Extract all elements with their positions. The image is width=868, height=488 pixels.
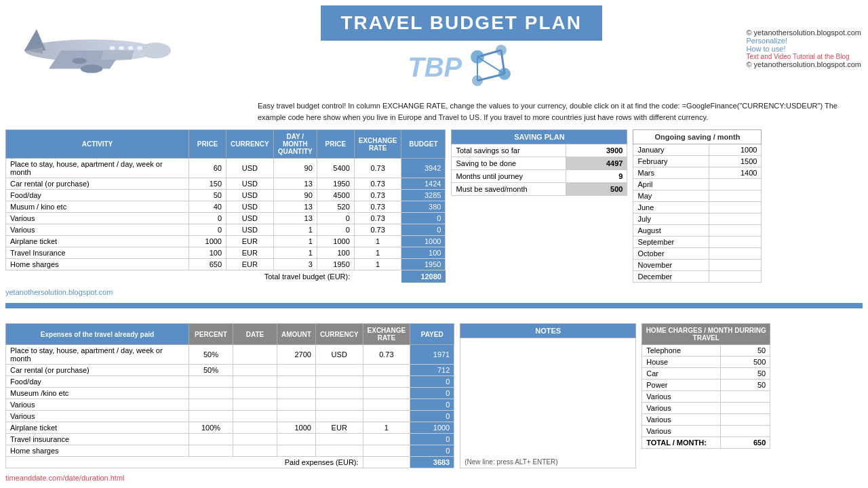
activity-price2: 1000 [317,236,354,247]
expense-percent [189,445,233,457]
expense-row: Museum /kino etc 0 [6,388,454,399]
expense-percent [189,388,233,399]
notes-table: NOTES (New line: press ALT+ ENTER) [460,323,636,468]
expense-row: Place to stay, house, apartment / day, w… [6,345,454,365]
paid-expenses-value: 3683 [410,457,454,468]
home-charge-row: Various [642,391,770,403]
home-charge-row: Various [642,414,770,426]
activity-qty: 90 [273,190,317,201]
activity-price2: 5400 [317,159,354,178]
activity-price2: 1950 [317,178,354,190]
saving-label: Months until journey [452,170,566,183]
plane-image [7,17,183,79]
svg-rect-8 [128,46,133,49]
expense-amount [277,376,316,388]
monthly-row: February 1500 [633,156,762,167]
activity-budget: 1950 [401,259,446,270]
activity-price: 50 [189,190,226,201]
month-value: 1400 [709,167,762,179]
tbp-label: TBP [408,52,462,83]
activity-header: ACTIVITY [6,130,189,159]
total-budget-label: Total travel budget (EUR): [6,270,355,283]
expense-payed: 0 [410,445,454,457]
home-charges-section: HOME CHARGES / MONTH DURRING TRAVEL Tele… [642,323,770,468]
activity-name: Airplane ticket [6,236,189,247]
home-charge-row: Telephone 50 [642,345,770,357]
expense-currency [315,399,363,411]
svg-marker-2 [24,29,46,51]
expense-date [233,345,277,365]
saving-row: Total savings so far 3900 [452,144,627,157]
title-box: TRAVEL BUDGET PLAN [321,5,602,41]
saving-plan-header: SAVING PLAN [452,130,627,144]
budget-header: BUDGET [401,130,446,159]
activity-name: Musum / kino etc [6,201,189,213]
svg-rect-7 [119,46,124,49]
paid-expenses-label: Paid expenses (EUR): [6,457,363,468]
svg-point-10 [81,64,102,73]
svg-rect-6 [110,46,115,49]
home-charge-label: Various [642,403,721,414]
monthly-row: April [633,179,762,190]
monthly-row: Mars 1400 [633,167,762,179]
personalize-link[interactable]: Personalize! [746,37,787,45]
month-name: Mars [633,167,709,179]
home-charge-row: Various [642,426,770,437]
activity-price2: 0 [317,213,354,224]
activity-currency: EUR [226,236,274,247]
monthly-row: December [633,271,762,283]
blog-link[interactable]: yetanothersolution.blogspot.com [5,288,113,296]
logo-icon [467,43,515,91]
expense-exrate [363,445,410,457]
expense-date [233,445,277,457]
svg-rect-9 [138,46,142,49]
expense-row: Airplane ticket 100% 1000 EUR 1 1000 [6,422,454,434]
saving-value: 500 [566,183,627,196]
svg-marker-5 [101,51,135,60]
expense-payed: 1000 [410,422,454,434]
month-value [709,179,762,190]
expense-currency [315,445,363,457]
home-charge-value [720,426,770,437]
table-row: Travel Insurance 100 EUR 1 100 1 100 [6,247,446,259]
expense-payed: 0 [410,411,454,422]
activity-qty: 3 [273,259,317,270]
main-section: ACTIVITY PRICE CURRENCY DAY / MONTH QUAN… [0,127,868,285]
monthly-row: July [633,214,762,225]
duration-link[interactable]: timeanddate.com/date/duration.html [5,474,125,482]
home-charge-row: Various [642,403,770,414]
activity-currency: EUR [226,247,274,259]
month-name: July [633,214,709,225]
tutorial-link[interactable]: Text and Video Tutorial at the Blog [746,53,849,60]
blog-url-top: © yetanothersolution.blogspot.com [746,28,861,37]
saving-rows: Total savings so far 3900 Saving to be d… [452,144,627,196]
activity-price: 1000 [189,236,226,247]
description-text: Easy travel budget control! In column EX… [0,96,868,127]
activity-currency: USD [226,213,274,224]
saving-row: Months until journey 9 [452,170,627,183]
activity-table-wrapper: ACTIVITY PRICE CURRENCY DAY / MONTH QUAN… [5,129,446,283]
home-charges-table: HOME CHARGES / MONTH DURRING TRAVEL Tele… [642,323,770,449]
expense-date [233,365,277,376]
header: TRAVEL BUDGET PLAN TBP © yetanothersolut… [0,0,868,96]
saving-value: 3900 [566,144,627,157]
expense-amount: 1000 [277,422,316,434]
expense-name: Home sharges [6,445,189,457]
table-row: Musum / kino etc 40 USD 13 520 0.73 380 [6,201,446,213]
activity-exrate: 0.73 [354,190,401,201]
main-title: TRAVEL BUDGET PLAN [341,12,582,33]
activity-name: Various [6,224,189,236]
activity-exrate: 1 [354,259,401,270]
spacer [0,312,868,321]
expense-name: Travel insuurance [6,434,189,445]
home-charge-label: Various [642,426,721,437]
title-block: TRAVEL BUDGET PLAN TBP [183,5,739,91]
saving-label: Must be saved/month [452,183,566,196]
how-to-use-link[interactable]: How to use! [746,45,785,53]
expenses-table: Expenses of the travel already paid PERC… [5,323,454,468]
activity-exrate: 0.73 [354,224,401,236]
monthly-row: June [633,202,762,214]
expense-currency [315,376,363,388]
notes-content[interactable]: (New line: press ALT+ ENTER) [460,338,636,468]
expense-percent [189,411,233,422]
